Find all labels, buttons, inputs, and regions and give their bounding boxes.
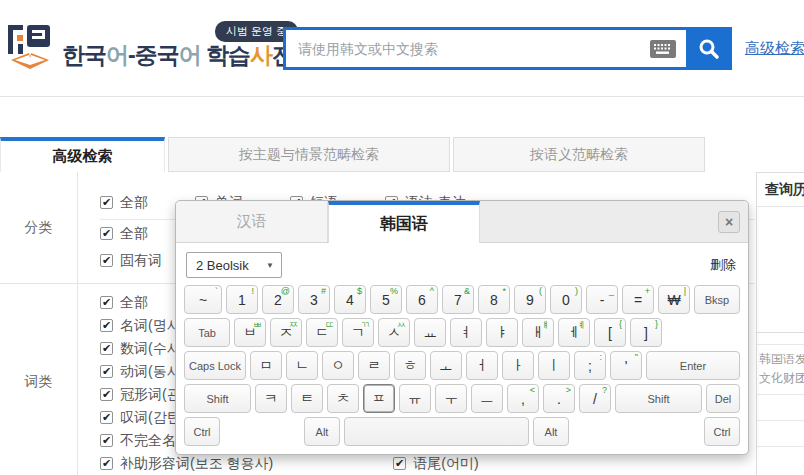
- checkbox-checked-icon: ✔: [393, 457, 406, 470]
- key-;[interactable]: ;:: [574, 351, 606, 380]
- filter-checkbox[interactable]: ✔语尾(어미): [393, 455, 478, 473]
- key-][interactable]: ]}: [630, 318, 662, 347]
- key-ㄱ[interactable]: ㄱㄲ: [342, 318, 374, 347]
- key-ㅍ[interactable]: ㅍ: [363, 384, 395, 413]
- keyboard-tab-2[interactable]: 韩国语: [328, 201, 480, 243]
- key-ㅠ[interactable]: ㅠ: [399, 384, 431, 413]
- key-tab[interactable]: Tab: [184, 318, 230, 347]
- key-alt[interactable]: Alt: [533, 417, 569, 446]
- virtual-keyboard-button[interactable]: [650, 40, 676, 58]
- key-[[interactable]: [{: [594, 318, 626, 347]
- history-panel: 查询历史 韩国语发 文化财团: [756, 172, 804, 475]
- history-box: 查询历史: [757, 172, 804, 333]
- key-ㅌ[interactable]: ㅌ: [291, 384, 323, 413]
- key-ㅅ[interactable]: ㅅㅆ: [378, 318, 410, 347]
- key--[interactable]: -_: [586, 285, 618, 314]
- key-bksp[interactable]: Bksp: [694, 285, 740, 314]
- checkbox-checked-icon: ✔: [100, 434, 113, 447]
- key-ㅓ[interactable]: ㅓ: [466, 351, 498, 380]
- key-=[interactable]: =+: [622, 285, 654, 314]
- key-ctrl[interactable]: Ctrl: [184, 417, 220, 446]
- key-ㅔ[interactable]: ㅔㅖ: [558, 318, 590, 347]
- key-.[interactable]: .>: [543, 384, 575, 413]
- key-ㅎ[interactable]: ㅎ: [394, 351, 426, 380]
- checkbox-checked-icon: ✔: [100, 254, 113, 267]
- key-shift[interactable]: Shift: [615, 384, 702, 413]
- delete-button[interactable]: 删除: [710, 256, 736, 274]
- search-button[interactable]: [686, 27, 732, 70]
- advanced-search-link[interactable]: 高级检索: [745, 39, 804, 58]
- key-ㄴ[interactable]: ㄴ: [286, 351, 318, 380]
- key-del[interactable]: Del: [706, 384, 740, 413]
- key-ㅂ[interactable]: ㅂㅃ: [234, 318, 266, 347]
- keyboard-row: CtrlAltAltCtrl: [184, 417, 740, 446]
- key-ㅡ[interactable]: ㅡ: [471, 384, 503, 413]
- tab-2[interactable]: 按主题与情景范畴检索: [168, 137, 450, 172]
- key-,[interactable]: ,<: [507, 384, 539, 413]
- checkbox-label: 固有词: [120, 252, 162, 270]
- key-0[interactable]: 0): [550, 285, 582, 314]
- keyboard-layout-select[interactable]: 2 Beolsik ▼: [186, 252, 282, 278]
- key-shift[interactable]: Shift: [184, 384, 251, 413]
- header: 한국어-중국어 학습사전시범 운영 중 高级检索: [0, 0, 804, 97]
- search-input[interactable]: [286, 30, 686, 67]
- key-ㅜ[interactable]: ㅜ: [435, 384, 467, 413]
- keyboard-close-button[interactable]: ×: [718, 211, 740, 233]
- key-ㅈ[interactable]: ㅈㅉ: [270, 318, 302, 347]
- history-list: 韩国语发 文化财团: [757, 344, 804, 447]
- key-ㄷ[interactable]: ㄷㄸ: [306, 318, 338, 347]
- logo-title-part: 사: [250, 42, 272, 68]
- key-~[interactable]: ~`: [184, 285, 222, 314]
- key-ㅛ[interactable]: ㅛ: [414, 318, 446, 347]
- key-9[interactable]: 9(: [514, 285, 546, 314]
- keyboard-row: Tabㅂㅃㅈㅉㄷㄸㄱㄲㅅㅆㅛㅕㅑㅐㅒㅔㅖ[{]}: [184, 318, 740, 347]
- key-ㅋ[interactable]: ㅋ: [255, 384, 287, 413]
- keyboard-row: ~`1!2@3#4$5%6^7&8*9(0)-_=+₩|Bksp: [184, 285, 740, 314]
- key-1[interactable]: 1!: [226, 285, 258, 314]
- logo-title-part: 어: [179, 42, 201, 68]
- key-ㅑ[interactable]: ㅑ: [486, 318, 518, 347]
- key-ctrl[interactable]: Ctrl: [704, 417, 740, 446]
- key-ㅕ[interactable]: ㅕ: [450, 318, 482, 347]
- checkbox-label: 全部: [120, 294, 148, 312]
- filter-checkbox[interactable]: ✔全部: [100, 194, 148, 212]
- keyboard-tab-1[interactable]: 汉语: [176, 201, 328, 242]
- filter-checkbox[interactable]: ✔补助形容词(보조 형용사): [100, 455, 273, 473]
- filter-checkbox[interactable]: ✔名词(명사): [100, 317, 185, 335]
- tab-3[interactable]: 按语义范畴检索: [453, 137, 705, 172]
- key-ㅁ[interactable]: ㅁ: [250, 351, 282, 380]
- key-space[interactable]: [344, 417, 529, 446]
- key-7[interactable]: 7&: [442, 285, 474, 314]
- key-caps-lock[interactable]: Caps Lock: [184, 351, 246, 380]
- checkbox-label: 语尾(어미): [413, 455, 478, 473]
- key-ㅗ[interactable]: ㅗ: [430, 351, 462, 380]
- key-4[interactable]: 4$: [334, 285, 366, 314]
- key-'[interactable]: '": [610, 351, 642, 380]
- key-5[interactable]: 5%: [370, 285, 402, 314]
- filter-checkbox[interactable]: ✔数词(수사): [100, 340, 185, 358]
- key-3[interactable]: 3#: [298, 285, 330, 314]
- key-/[interactable]: /?: [579, 384, 611, 413]
- keyboard-tabs: 汉语韩国语 ×: [176, 201, 748, 243]
- site-logo[interactable]: 한국어-중국어 학습사전시범 운영 중: [6, 22, 294, 72]
- filter-checkbox[interactable]: ✔动词(동사): [100, 363, 185, 381]
- key-alt[interactable]: Alt: [304, 417, 340, 446]
- layout-select-value: 2 Beolsik: [196, 258, 249, 273]
- key-ㅊ[interactable]: ㅊ: [327, 384, 359, 413]
- key-ㅣ[interactable]: ㅣ: [538, 351, 570, 380]
- key-2[interactable]: 2@: [262, 285, 294, 314]
- key-ㄹ[interactable]: ㄹ: [358, 351, 390, 380]
- key-₩[interactable]: ₩|: [658, 285, 690, 314]
- key-ㅇ[interactable]: ㅇ: [322, 351, 354, 380]
- key-enter[interactable]: Enter: [646, 351, 740, 380]
- filter-checkbox[interactable]: ✔全部: [100, 225, 148, 243]
- key-ㅏ[interactable]: ㅏ: [502, 351, 534, 380]
- filter-checkbox[interactable]: ✔全部: [100, 294, 148, 312]
- close-icon: ×: [725, 215, 733, 229]
- key-8[interactable]: 8*: [478, 285, 510, 314]
- key-ㅐ[interactable]: ㅐㅒ: [522, 318, 554, 347]
- filter-checkbox[interactable]: ✔固有词: [100, 252, 162, 270]
- key-6[interactable]: 6^: [406, 285, 438, 314]
- checkbox-checked-icon: ✔: [100, 411, 113, 424]
- tab-1[interactable]: 高级检索: [0, 137, 165, 172]
